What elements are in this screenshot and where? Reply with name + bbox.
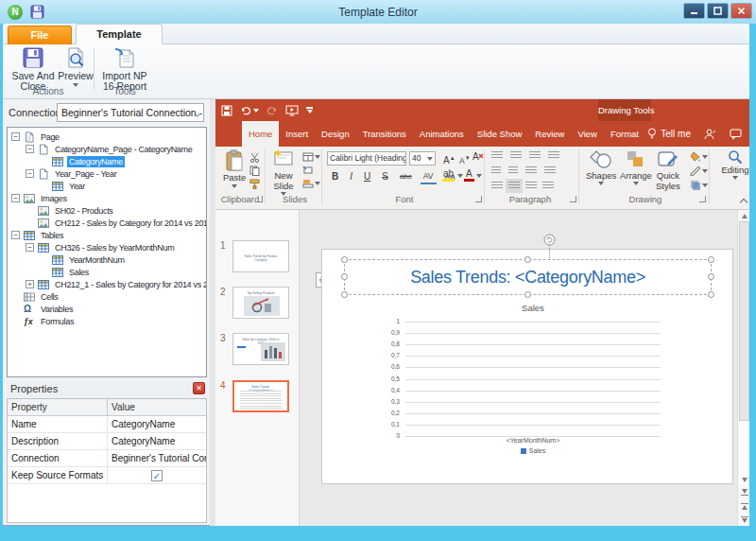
increase-indent-icon[interactable] (508, 166, 518, 175)
underline-button[interactable]: U (361, 170, 373, 183)
ppt-tab-view[interactable]: View (571, 121, 603, 147)
tree-item-tables[interactable]: −Tables (8, 229, 206, 241)
slide-thumbnail-1[interactable]: Sales Trends by Product Category (232, 240, 289, 272)
quick-styles-button[interactable]: Quick Styles (656, 149, 680, 191)
resize-handle[interactable] (341, 273, 348, 280)
tree-item-sh02-products[interactable]: SH02 - Products (8, 204, 206, 217)
ppt-tab-slide-show[interactable]: Slide Show (471, 121, 529, 147)
clear-formatting-button[interactable]: A (472, 151, 484, 162)
arrange-button[interactable]: Arrange (620, 149, 652, 185)
ppt-tab-insert[interactable]: Insert (279, 121, 315, 147)
font-dialog-launcher-icon[interactable] (475, 196, 482, 202)
align-right-icon[interactable] (525, 182, 537, 190)
ppt-tab-review[interactable]: Review (528, 121, 571, 147)
decrease-indent-icon[interactable] (491, 166, 501, 175)
ppt-tab-home[interactable]: Home (242, 121, 279, 147)
slide[interactable]: Sales Trends: <CategoryName> Sales <Year… (321, 249, 733, 484)
cut-button[interactable] (249, 152, 260, 163)
tree-item-page[interactable]: −Page (8, 131, 206, 143)
collapse-icon[interactable]: − (11, 132, 20, 141)
close-properties-button[interactable]: ✕ (193, 382, 205, 394)
subscript-button[interactable]: abc (397, 170, 415, 183)
font-name-combo[interactable]: Calibri Light (Heading (327, 151, 406, 166)
editor-scrollbar[interactable] (737, 210, 749, 526)
tree-item-year-page-year[interactable]: −Year_Page - Year (8, 167, 206, 180)
shape-outline-button[interactable] (690, 166, 708, 176)
decrease-font-button[interactable]: A▼ (456, 151, 473, 167)
resize-handle[interactable] (524, 256, 531, 263)
scroll-down-button[interactable] (739, 474, 749, 485)
qat-slideshow-icon[interactable] (285, 105, 299, 116)
undo-dropdown-icon[interactable] (253, 109, 259, 113)
shape-effects-button[interactable] (690, 180, 708, 190)
tab-template[interactable]: Template (76, 24, 163, 44)
tree-item-cells[interactable]: Cells (8, 290, 206, 303)
character-spacing-button[interactable]: AV (421, 169, 437, 184)
resize-handle[interactable] (341, 256, 348, 263)
tell-me-button[interactable]: Tell me (647, 128, 691, 140)
maximize-button[interactable] (707, 3, 729, 19)
qat-save-icon[interactable] (221, 105, 232, 116)
tree-item-formulas[interactable]: ƒxFormulas (8, 315, 206, 327)
bold-button[interactable]: B (329, 170, 341, 183)
drawing-dialog-launcher-icon[interactable] (699, 196, 706, 202)
resize-handle[interactable] (708, 273, 714, 280)
tree-item-ch326-sales-by-yearmonthnum[interactable]: −CH326 - Sales by YearMonthNum (8, 241, 206, 253)
collapse-icon[interactable]: − (11, 231, 20, 239)
ppt-tab-animations[interactable]: Animations (413, 121, 471, 147)
tree-item-categoryname[interactable]: CategoryName (8, 155, 206, 167)
collapse-icon[interactable]: − (11, 194, 20, 202)
collapse-icon[interactable]: − (26, 145, 34, 153)
tree-item-categoryname-page-categoryname[interactable]: −CategoryName_Page - CategoryName (8, 143, 206, 155)
close-button[interactable] (730, 3, 752, 19)
align-left-icon[interactable] (491, 182, 503, 190)
expand-icon[interactable]: + (26, 280, 34, 288)
resize-handle[interactable] (524, 291, 531, 298)
tree-item-variables[interactable]: ΩVariables (8, 303, 206, 315)
layout-button[interactable] (302, 152, 320, 162)
align-text-icon[interactable] (544, 166, 556, 175)
scroll-up-button[interactable] (739, 210, 749, 221)
tab-file[interactable]: File (8, 26, 72, 44)
tree-item-ch212-1-sales-by-category-for-2014-vs-2013[interactable]: +CH212_1 - Sales by Category for 2014 vs… (8, 278, 206, 290)
shape-fill-button[interactable] (690, 151, 708, 162)
scrollbar-thumb[interactable] (739, 221, 749, 421)
columns-icon[interactable] (525, 166, 537, 175)
resize-handle[interactable] (708, 291, 714, 298)
ppt-tab-design[interactable]: Design (315, 121, 356, 147)
collapse-icon[interactable]: − (26, 243, 34, 252)
ppt-tab-transitions[interactable]: Transitions (356, 121, 413, 147)
line-spacing-icon[interactable] (529, 151, 541, 160)
copy-button[interactable] (249, 166, 260, 176)
slide-thumbnail-3[interactable]: Sales by Category: 2014 vs 2013 (232, 333, 289, 365)
slide-thumbnail-2[interactable]: Top Selling Products (232, 287, 289, 319)
tree-item-yearmonthnum[interactable]: YearMonthNum (8, 253, 206, 266)
ppt-tab-format[interactable]: FormatDrawing Tools (604, 121, 645, 147)
resize-handle[interactable] (341, 291, 348, 298)
comments-icon[interactable] (730, 129, 742, 140)
connection-dropdown[interactable]: Beginner's Tutorial Connection - QV (57, 103, 204, 122)
tree-item-sales[interactable]: Sales (8, 266, 206, 278)
next-slide-button[interactable] (739, 514, 749, 525)
resize-handle[interactable] (708, 256, 714, 263)
section-button[interactable] (302, 179, 320, 188)
paste-dropdown-icon[interactable] (232, 184, 237, 188)
italic-button[interactable]: I (347, 170, 355, 183)
font-color-button[interactable]: A (463, 169, 482, 182)
minimize-button[interactable] (683, 3, 705, 19)
share-person-icon[interactable] (704, 129, 716, 140)
highlight-color-button[interactable]: ab (440, 169, 463, 182)
increase-font-button[interactable]: A▲ (440, 151, 458, 167)
clipboard-dialog-launcher-icon[interactable] (256, 196, 263, 202)
strikethrough-button[interactable]: S (379, 170, 391, 183)
reset-button[interactable] (302, 166, 314, 175)
keep-source-formats-checkbox[interactable]: ✓ (151, 470, 163, 481)
slide-thumbnail-4[interactable]: Sales Trends: <CategoryName> (232, 380, 289, 412)
paragraph-dialog-launcher-icon[interactable] (570, 196, 576, 202)
new-slide-button[interactable]: New Slide (272, 149, 295, 196)
font-size-combo[interactable]: 40 (409, 151, 436, 166)
tree-item-ch212-sales-by-category-for-2014-vs-2013[interactable]: CH212 - Sales by Category for 2014 vs 20… (8, 217, 206, 229)
rotate-handle-icon[interactable] (543, 234, 556, 246)
text-direction-icon[interactable] (548, 151, 559, 160)
format-painter-button[interactable] (249, 179, 260, 189)
